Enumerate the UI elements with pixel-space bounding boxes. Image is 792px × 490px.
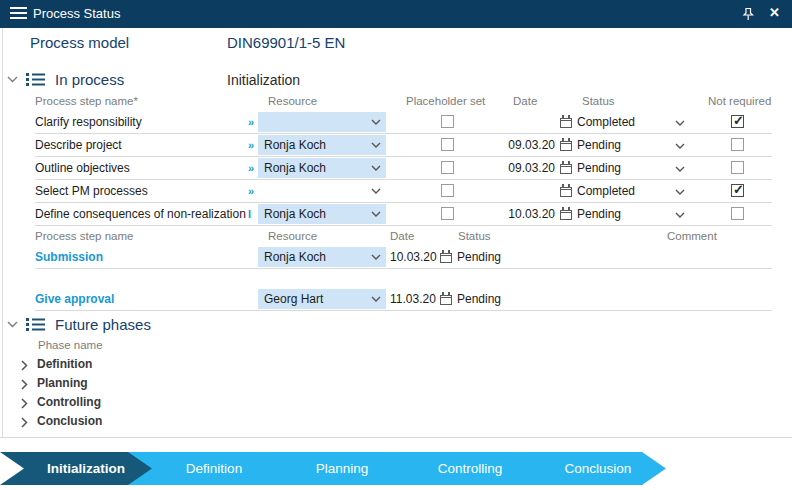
column-header-not-required: Not required xyxy=(708,95,771,107)
table-row: Describe project » Ronja Koch 09.03.20 P… xyxy=(0,134,792,157)
menu-icon[interactable] xyxy=(10,7,27,20)
column-header-phase-name: Phase name xyxy=(38,339,103,351)
flow-step-label: Planning xyxy=(316,461,369,476)
placeholder-checkbox[interactable] xyxy=(441,207,454,220)
not-required-checkbox[interactable] xyxy=(731,207,744,220)
chevron-down-icon[interactable] xyxy=(675,166,685,172)
phase-name[interactable]: Definition xyxy=(37,357,92,371)
calendar-icon[interactable] xyxy=(560,210,572,220)
step-marker-icon: I xyxy=(248,208,251,220)
resource-dropdown[interactable]: Ronja Koch xyxy=(258,135,386,155)
section-title: In process xyxy=(55,71,124,88)
chevron-down-icon xyxy=(371,119,381,125)
resource-value: Ronja Koch xyxy=(264,250,326,264)
phase-name[interactable]: Conclusion xyxy=(37,414,102,428)
column-header-date: Date xyxy=(390,230,414,242)
calendar-icon[interactable] xyxy=(560,187,572,197)
chevron-down-icon[interactable] xyxy=(675,120,685,126)
status-value: Completed xyxy=(577,184,635,198)
not-required-checkbox[interactable] xyxy=(731,161,744,174)
divider xyxy=(0,437,792,438)
not-required-checkbox[interactable] xyxy=(731,138,744,151)
process-step-link[interactable]: Give approval xyxy=(35,292,114,306)
process-model-label: Process model xyxy=(30,34,129,51)
placeholder-checkbox[interactable] xyxy=(441,161,454,174)
expand-chevron-icon[interactable] xyxy=(21,379,28,390)
status-value: Pending xyxy=(577,138,621,152)
process-step-name: Describe project xyxy=(35,138,122,152)
process-model-value: DIN69901/1-5 EN xyxy=(227,34,345,51)
chevron-down-icon[interactable] xyxy=(675,212,685,218)
flow-step-label: Controlling xyxy=(438,461,503,476)
step-marker-icon: » xyxy=(248,162,254,174)
column-header-resource: Resource xyxy=(268,230,317,242)
chevron-down-icon xyxy=(371,254,381,260)
phase-name[interactable]: Controlling xyxy=(37,395,101,409)
current-phase: Initialization xyxy=(227,72,300,88)
process-step-name: Select PM processes xyxy=(35,184,148,198)
flow-step-label: Definition xyxy=(186,461,242,476)
placeholder-checkbox[interactable] xyxy=(441,184,454,197)
column-header-name: Process step name* xyxy=(35,95,138,107)
placeholder-checkbox[interactable] xyxy=(441,115,454,128)
window-title: Process Status xyxy=(33,6,120,21)
pin-icon[interactable] xyxy=(741,7,755,22)
process-step-name: Clarify responsibility xyxy=(35,115,142,129)
status-value: Pending xyxy=(577,161,621,175)
phase-flow-bar: Initialization Definition Planning Contr… xyxy=(0,452,792,485)
flow-step-initialization[interactable]: Initialization xyxy=(0,452,154,485)
placeholder-checkbox[interactable] xyxy=(441,138,454,151)
chevron-down-icon[interactable] xyxy=(675,143,685,149)
table-row: Give approval Georg Hart 11.03.20 Pendin… xyxy=(0,288,792,311)
status-value: Pending xyxy=(457,250,501,264)
resource-dropdown[interactable] xyxy=(258,112,386,132)
not-required-checkbox[interactable] xyxy=(731,184,744,197)
status-value: Completed xyxy=(577,115,635,129)
calendar-icon[interactable] xyxy=(440,295,452,305)
resource-dropdown[interactable]: Georg Hart xyxy=(258,289,386,309)
flow-step-label: Conclusion xyxy=(565,461,632,476)
chevron-down-icon[interactable] xyxy=(675,189,685,195)
close-icon[interactable]: ✕ xyxy=(769,5,780,20)
column-header-name: Process step name xyxy=(35,230,133,242)
step-marker-icon: » xyxy=(248,185,254,197)
chevron-down-icon xyxy=(371,142,381,148)
process-step-name: Outline objectives xyxy=(35,161,130,175)
chevron-down-icon xyxy=(371,188,381,194)
row-separator xyxy=(35,225,772,226)
collapse-chevron-icon[interactable] xyxy=(7,321,18,328)
calendar-icon[interactable] xyxy=(440,253,452,263)
expand-chevron-icon[interactable] xyxy=(21,360,28,371)
expand-chevron-icon[interactable] xyxy=(21,417,28,428)
resource-value: Ronja Koch xyxy=(264,207,326,221)
table-row: Select PM processes » Completed xyxy=(0,180,792,203)
resource-dropdown[interactable] xyxy=(258,181,386,201)
resource-dropdown[interactable]: Ronja Koch xyxy=(258,247,386,267)
column-header-status: Status xyxy=(582,95,615,107)
row-separator xyxy=(35,310,772,311)
step-marker-icon: » xyxy=(248,116,254,128)
calendar-icon[interactable] xyxy=(560,118,572,128)
resource-value: Ronja Koch xyxy=(264,138,326,152)
table-row: Submission Ronja Koch 10.03.20 Pending xyxy=(0,246,792,269)
process-step-name: Define consequences of non-realization xyxy=(35,207,246,221)
date-value: 09.03.20 xyxy=(495,161,555,175)
step-marker-icon: » xyxy=(248,139,254,151)
calendar-icon[interactable] xyxy=(560,164,572,174)
resource-value: Georg Hart xyxy=(264,292,323,306)
collapse-chevron-icon[interactable] xyxy=(7,76,18,83)
status-value: Pending xyxy=(577,207,621,221)
resource-dropdown[interactable]: Ronja Koch xyxy=(258,204,386,224)
calendar-icon[interactable] xyxy=(560,141,572,151)
section-future-phases: Future phases xyxy=(0,313,792,337)
resource-dropdown[interactable]: Ronja Koch xyxy=(258,158,386,178)
date-value: 10.03.20 xyxy=(390,250,437,264)
column-header-date: Date xyxy=(513,95,537,107)
list-icon xyxy=(26,72,45,87)
process-step-link[interactable]: Submission xyxy=(35,250,103,264)
row-separator xyxy=(35,268,772,269)
list-item: Definition xyxy=(0,356,300,375)
phase-name[interactable]: Planning xyxy=(37,376,88,390)
expand-chevron-icon[interactable] xyxy=(21,398,28,409)
not-required-checkbox[interactable] xyxy=(731,115,744,128)
